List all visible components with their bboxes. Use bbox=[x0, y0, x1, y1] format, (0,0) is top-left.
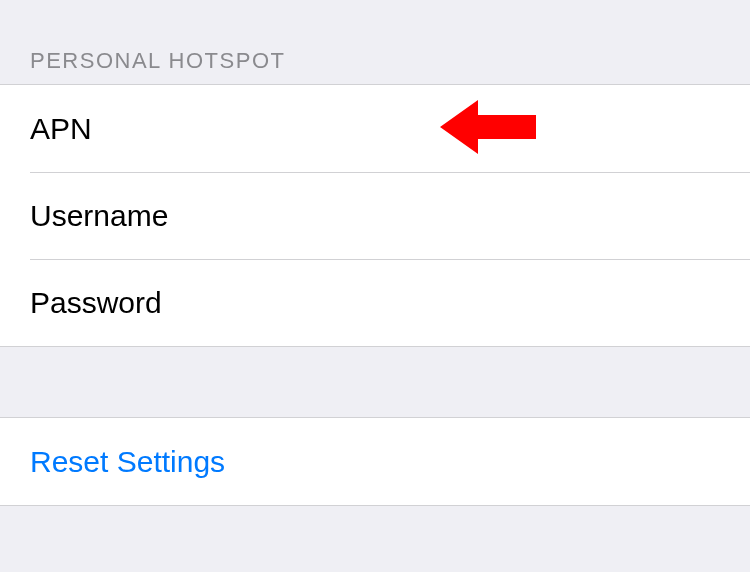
reset-group: Reset Settings bbox=[0, 417, 750, 506]
reset-settings-button[interactable]: Reset Settings bbox=[0, 418, 750, 505]
password-input[interactable] bbox=[182, 286, 720, 320]
apn-input[interactable] bbox=[112, 112, 720, 146]
reset-settings-label: Reset Settings bbox=[30, 445, 225, 479]
username-row[interactable]: Username bbox=[0, 172, 750, 259]
spacer bbox=[0, 347, 750, 417]
username-input[interactable] bbox=[188, 199, 720, 233]
section-header-personal-hotspot: PERSONAL HOTSPOT bbox=[0, 0, 750, 84]
password-row[interactable]: Password bbox=[0, 259, 750, 346]
apn-row[interactable]: APN bbox=[0, 85, 750, 172]
username-label: Username bbox=[30, 199, 168, 233]
apn-label: APN bbox=[30, 112, 92, 146]
password-label: Password bbox=[30, 286, 162, 320]
personal-hotspot-group: APN Username Password bbox=[0, 84, 750, 347]
